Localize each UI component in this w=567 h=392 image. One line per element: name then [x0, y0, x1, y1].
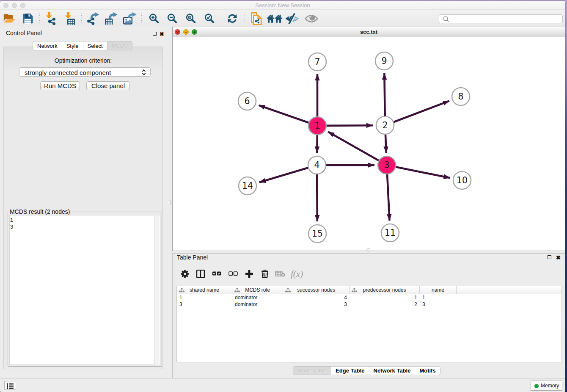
- refresh-icon[interactable]: [227, 14, 238, 24]
- function-icon[interactable]: f(x): [290, 269, 305, 279]
- edge-3-1[interactable]: [328, 132, 387, 165]
- column-header-name[interactable]: name: [420, 286, 457, 294]
- node-table[interactable]: shared nameMCDS rolesuccessor nodesprede…: [176, 286, 562, 362]
- edge-3-10[interactable]: [387, 165, 450, 178]
- task-list-icon: [6, 383, 14, 389]
- table-panel: Table Panel ✖ f(x) shared nameMCDS roles…: [172, 253, 565, 378]
- search-input[interactable]: [449, 15, 559, 23]
- table-panel-title: Table Panel: [177, 254, 208, 261]
- zoom-out-icon[interactable]: [167, 14, 178, 24]
- table-tab-edge-table[interactable]: Edge Table: [331, 366, 369, 375]
- network-graph: 7968124314101511: [173, 37, 565, 251]
- mcds-panel: Optimization criterion: strongly connect…: [3, 47, 163, 369]
- import-table-icon[interactable]: [65, 12, 75, 25]
- node-label-11: 11: [385, 228, 396, 238]
- run-mcds-button[interactable]: Run MCDS: [40, 81, 80, 90]
- app-window: Session: New Session Control Panel ✖ Net…: [0, 1, 565, 392]
- close-panel-button[interactable]: Close panel: [86, 81, 130, 90]
- window-title: Session: New Session: [0, 2, 565, 8]
- export-table-icon[interactable]: [105, 12, 118, 25]
- control-tab-select[interactable]: Select: [83, 41, 107, 50]
- toolbar-separator: [39, 14, 40, 25]
- node-label-4: 4: [314, 160, 319, 170]
- svg-text:f(x): f(x): [291, 269, 303, 279]
- result-scrollbar[interactable]: [154, 216, 160, 365]
- cell-predecessor-nodes: 2: [350, 301, 420, 308]
- control-panel-close-button[interactable]: ✖: [160, 32, 164, 36]
- zoom-fit-icon[interactable]: [185, 14, 196, 24]
- table-header: shared nameMCDS rolesuccessor nodesprede…: [177, 286, 561, 294]
- edge-2-8[interactable]: [385, 101, 449, 125]
- control-panel-tabs: NetworkStyleSelectMCDS: [33, 41, 132, 50]
- node-label-7: 7: [314, 57, 320, 67]
- table-panel-tabs: Node TableEdge TableNetwork TableMotifs: [293, 366, 440, 375]
- home-icon[interactable]: [267, 14, 283, 23]
- toolbar-separator: [141, 14, 142, 25]
- search-icon: [443, 16, 450, 23]
- table-tab-motifs[interactable]: Motifs: [415, 366, 440, 375]
- cell-predecessor-nodes: 1: [350, 294, 420, 301]
- column-header-predecessor-nodes[interactable]: predecessor nodes: [350, 286, 420, 294]
- table-panel-close-button[interactable]: ✖: [556, 255, 561, 260]
- task-history-button[interactable]: [4, 381, 16, 389]
- network-canvas[interactable]: 7968124314101511: [173, 37, 565, 251]
- search-box[interactable]: [439, 14, 563, 23]
- cell-MCDS-role: dominator: [232, 301, 283, 308]
- control-tab-style[interactable]: Style: [62, 41, 83, 50]
- gear-icon[interactable]: [181, 270, 189, 278]
- export-image-icon[interactable]: [123, 12, 137, 25]
- network-window-titlebar: ✕ − + scc.txt: [173, 27, 565, 37]
- node-label-8: 8: [458, 91, 463, 102]
- node-label-3: 3: [384, 160, 389, 170]
- table-row[interactable]: 1dominator411: [177, 294, 561, 301]
- node-label-10: 10: [457, 175, 468, 185]
- control-tab-network[interactable]: Network: [33, 41, 62, 50]
- vertical-splitter-handle[interactable]: [169, 200, 171, 205]
- table-toolbar: f(x): [173, 263, 565, 285]
- clear-table-icon[interactable]: [275, 271, 285, 277]
- hide-panels-icon[interactable]: [285, 13, 299, 24]
- mcds-result-list[interactable]: 13: [9, 215, 160, 365]
- column-header-shared-name[interactable]: shared name: [177, 286, 232, 294]
- export-network-icon[interactable]: [87, 12, 100, 25]
- node-label-6: 6: [244, 96, 250, 106]
- control-tab-mcds[interactable]: MCDS: [107, 41, 132, 50]
- criterion-select-value: strongly connected component: [25, 69, 111, 76]
- memory-button[interactable]: Memory: [531, 381, 562, 391]
- control-panel-title: Control Panel: [6, 30, 42, 36]
- node-label-2: 2: [382, 120, 388, 130]
- control-panel-float-button[interactable]: [153, 32, 157, 36]
- column-header-MCDS-role[interactable]: MCDS role: [232, 286, 283, 294]
- deselect-all-icon[interactable]: [228, 271, 238, 276]
- control-panel: Control Panel ✖ NetworkStyleSelectMCDS O…: [0, 26, 167, 378]
- node-label-9: 9: [381, 56, 387, 66]
- import-network-icon[interactable]: [46, 12, 56, 25]
- show-panels-icon[interactable]: [305, 14, 318, 24]
- criterion-select[interactable]: strongly connected component: [19, 67, 151, 77]
- network-file-manager-icon[interactable]: [251, 12, 262, 25]
- horizontal-splitter-handle[interactable]: [366, 248, 370, 251]
- delete-icon[interactable]: [261, 270, 269, 279]
- memory-status-icon: [534, 384, 539, 388]
- column-header-successor-nodes[interactable]: successor nodes: [283, 286, 350, 294]
- mcds-result-group: MCDS result (2 nodes) 13: [8, 212, 162, 367]
- cell-successor-nodes: 4: [283, 294, 350, 301]
- network-window: ✕ − + scc.txt 7968124314101511: [172, 27, 565, 251]
- table-row[interactable]: 3dominator323: [177, 301, 561, 308]
- columns-icon[interactable]: [196, 270, 205, 278]
- select-all-icon[interactable]: [212, 271, 221, 276]
- zoom-in-icon[interactable]: [149, 14, 160, 24]
- mcds-result-title: MCDS result (2 nodes): [9, 208, 71, 215]
- node-label-15: 15: [312, 229, 323, 239]
- cell-MCDS-role: dominator: [232, 294, 283, 301]
- open-session-icon[interactable]: [3, 13, 16, 24]
- optimization-criterion-label: Optimization criterion:: [4, 57, 162, 64]
- table-panel-float-button[interactable]: [548, 255, 551, 259]
- save-session-icon[interactable]: [22, 13, 34, 24]
- table-tab-network-table[interactable]: Network Table: [369, 366, 416, 375]
- add-icon[interactable]: [245, 270, 253, 278]
- zoom-selected-icon[interactable]: [204, 14, 215, 24]
- table-tab-node-table[interactable]: Node Table: [293, 366, 331, 375]
- mcds-result-line: 3: [10, 224, 160, 230]
- cell-name: 3: [420, 301, 457, 308]
